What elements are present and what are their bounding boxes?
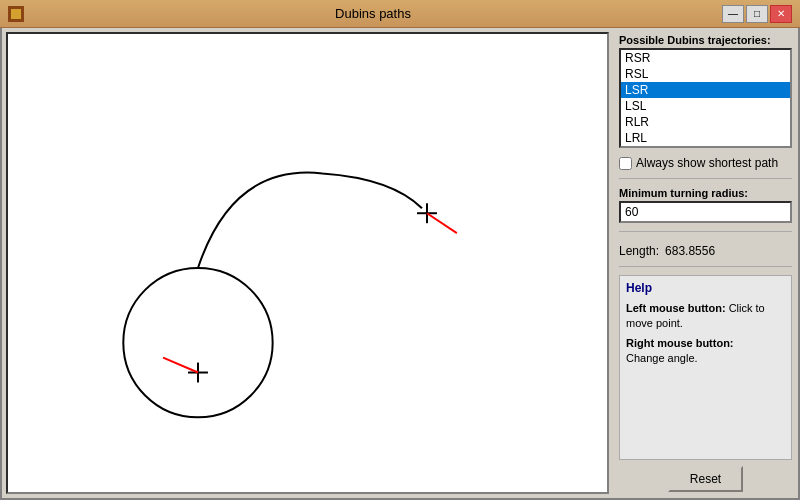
right-panel: Possible Dubins trajectories: RSR RSL LS…	[613, 28, 798, 498]
help-right-item: Right mouse button: Change angle.	[626, 336, 785, 367]
title-bar: Dubins paths — □ ✕	[0, 0, 800, 28]
window-title: Dubins paths	[24, 6, 722, 21]
trajectory-LSL[interactable]: LSL	[621, 98, 790, 114]
help-right-detail: Change angle.	[626, 352, 698, 364]
app-icon	[8, 6, 24, 22]
reset-button[interactable]: Reset	[668, 466, 743, 492]
help-box: Help Left mouse button: Click to move po…	[619, 275, 792, 460]
svg-point-2	[123, 268, 272, 417]
close-button[interactable]: ✕	[770, 5, 792, 23]
help-left-item: Left mouse button: Click to move point.	[626, 301, 785, 332]
trajectories-listbox[interactable]: RSR RSL LSR LSL RLR LRL	[619, 48, 792, 148]
trajectories-section: Possible Dubins trajectories: RSR RSL LS…	[619, 34, 792, 148]
length-label: Length:	[619, 244, 659, 258]
length-value: 683.8556	[665, 244, 715, 258]
trajectory-RSL[interactable]: RSL	[621, 66, 790, 82]
divider-1	[619, 178, 792, 179]
help-left-label: Left mouse button:	[626, 302, 726, 314]
shortest-path-row: Always show shortest path	[619, 156, 792, 170]
shortest-path-label: Always show shortest path	[636, 156, 778, 170]
divider-2	[619, 231, 792, 232]
radius-input[interactable]	[619, 201, 792, 223]
window-controls: — □ ✕	[722, 5, 792, 23]
canvas-area[interactable]	[6, 32, 609, 494]
trajectories-label: Possible Dubins trajectories:	[619, 34, 792, 46]
trajectory-LRL[interactable]: LRL	[621, 130, 790, 146]
maximize-button[interactable]: □	[746, 5, 768, 23]
help-title: Help	[626, 280, 785, 297]
help-right-label: Right mouse button:	[626, 337, 734, 349]
trajectory-LSR[interactable]: LSR	[621, 82, 790, 98]
trajectory-RLR[interactable]: RLR	[621, 114, 790, 130]
shortest-path-checkbox[interactable]	[619, 157, 632, 170]
minimize-button[interactable]: —	[722, 5, 744, 23]
svg-line-5	[163, 358, 198, 373]
svg-rect-1	[11, 9, 21, 19]
main-area: Possible Dubins trajectories: RSR RSL LS…	[0, 28, 800, 500]
trajectory-RSR[interactable]: RSR	[621, 50, 790, 66]
svg-line-8	[427, 213, 457, 233]
radius-section: Minimum turning radius:	[619, 187, 792, 223]
radius-label: Minimum turning radius:	[619, 187, 792, 199]
length-row: Length: 683.8556	[619, 244, 792, 258]
dubins-path-canvas	[8, 34, 607, 492]
divider-3	[619, 266, 792, 267]
